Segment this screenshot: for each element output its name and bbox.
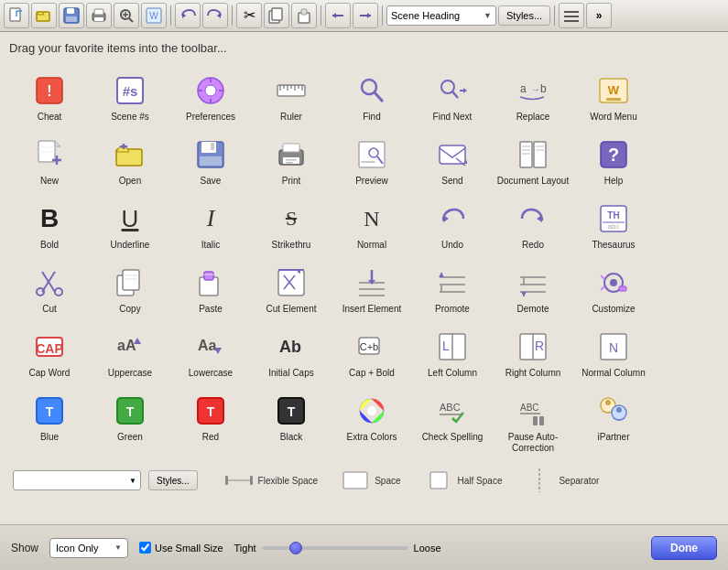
svg-rect-81 — [361, 161, 375, 163]
tool-ipartner[interactable]: iPartner — [573, 386, 654, 461]
tool-word-menu-label: Word Menu — [590, 112, 637, 123]
tool-scene-hash[interactable]: #s Scene #s — [90, 66, 170, 130]
tool-red[interactable]: T Red — [170, 386, 251, 461]
tool-black[interactable]: T Black — [251, 386, 331, 461]
tool-redo[interactable]: Redo — [493, 194, 573, 258]
toolbar-promote-btn[interactable] — [325, 3, 351, 28]
svg-text:aA: aA — [117, 338, 136, 353]
tool-left-column[interactable]: L Left Column — [412, 322, 493, 386]
toolbar-paste-btn[interactable] — [291, 3, 317, 28]
tool-thesaurus[interactable]: TH abc Thesaurus — [573, 194, 654, 258]
tool-paste[interactable]: Paste — [170, 258, 251, 322]
tool-demote[interactable]: Demote — [493, 258, 573, 322]
tool-word-menu[interactable]: W Word Menu — [573, 66, 654, 130]
tool-normal-column[interactable]: N Normal Column — [573, 322, 654, 386]
tightness-slider-thumb[interactable] — [289, 542, 302, 554]
tool-preferences[interactable]: Preferences — [170, 66, 251, 130]
tool-find-next[interactable]: Find Next — [412, 66, 493, 130]
tool-ruler-label: Ruler — [280, 112, 302, 123]
tool-cap-word-label: Cap Word — [29, 368, 71, 379]
svg-rect-76 — [286, 159, 297, 161]
toolbar-export-btn[interactable]: W — [141, 3, 167, 28]
toolbar-open-btn[interactable] — [31, 3, 57, 28]
small-size-checkbox[interactable] — [139, 542, 151, 554]
tool-open[interactable]: Open — [90, 130, 170, 194]
done-button[interactable]: Done — [651, 536, 717, 560]
svg-text:abc: abc — [608, 222, 620, 231]
toolbar-redo-btn[interactable] — [202, 3, 228, 28]
tool-cheat[interactable]: ! Cheat — [9, 66, 90, 130]
tool-customize[interactable]: Customize — [573, 258, 654, 322]
tool-promote[interactable]: Promote — [412, 258, 493, 322]
tool-green[interactable]: T Green — [90, 386, 170, 461]
tool-undo[interactable]: Undo — [412, 194, 493, 258]
tool-doc-layout[interactable]: Document Layout — [493, 130, 573, 194]
tool-underline[interactable]: U Underline — [90, 194, 170, 258]
tool-blue[interactable]: T Blue — [9, 386, 90, 461]
tool-blue-label: Blue — [40, 432, 59, 443]
tool-demote-label: Demote — [516, 304, 549, 315]
toolbar-more-btn[interactable]: » — [586, 3, 612, 28]
tool-lowercase[interactable]: Aa Lowercase — [170, 322, 251, 386]
svg-rect-71 — [200, 156, 222, 166]
tool-pause-autocorrect[interactable]: ABC Pause Auto-Correction — [493, 386, 573, 461]
tool-replace[interactable]: a → b Replace — [493, 66, 573, 130]
tool-uppercase[interactable]: aA Uppercase — [90, 322, 170, 386]
styles-button-2[interactable]: Styles... — [148, 470, 198, 490]
toolbar-demote-btn[interactable] — [353, 3, 378, 28]
tool-find[interactable]: Find — [331, 66, 412, 130]
toolbar-copy-btn[interactable] — [264, 3, 289, 28]
svg-marker-94 — [443, 215, 449, 222]
tool-new[interactable]: New — [9, 130, 90, 194]
svg-rect-105 — [123, 270, 139, 290]
tool-cut-element[interactable]: Cut Element — [251, 258, 331, 322]
tool-normal[interactable]: N Normal — [331, 194, 412, 258]
tightness-slider-track[interactable] — [262, 546, 408, 550]
toolbar-cut-btn[interactable]: ✂ — [236, 3, 262, 28]
svg-marker-17 — [217, 13, 221, 18]
svg-text:#s: #s — [123, 83, 138, 99]
svg-rect-8 — [94, 9, 103, 15]
tool-bold[interactable]: B Bold — [9, 194, 90, 258]
tool-right-column[interactable]: R Right Column — [493, 322, 573, 386]
icon-only-dropdown[interactable]: Icon Only ▼ — [49, 538, 128, 558]
toolbar-save-btn[interactable] — [59, 3, 84, 28]
svg-marker-53 — [463, 88, 467, 93]
tool-cap-bold[interactable]: C+b Cap + Bold — [331, 322, 412, 386]
toolbar-extra-btn[interactable] — [559, 3, 584, 28]
tool-cap-word[interactable]: CAP Cap Word — [9, 322, 90, 386]
svg-text:W: W — [149, 11, 158, 21]
dropdown-arrow-icon: ▼ — [114, 543, 122, 552]
tool-insert-element[interactable]: Insert Element — [331, 258, 412, 322]
styles-button[interactable]: Styles... — [498, 5, 550, 26]
tool-check-spelling[interactable]: ABC Check Spelling — [412, 386, 493, 461]
tool-initial-caps[interactable]: Ab Initial Caps — [251, 322, 331, 386]
dropdown-value: Icon Only — [56, 543, 111, 554]
tool-cut[interactable]: Cut — [9, 258, 90, 322]
tool-send[interactable]: Send — [412, 130, 493, 194]
tool-paste-label: Paste — [199, 304, 223, 315]
toolbar-new-btn[interactable] — [4, 3, 29, 28]
tool-print[interactable]: Print — [251, 130, 331, 194]
svg-point-50 — [441, 81, 454, 93]
element-styles-dropdown[interactable]: ▼ — [13, 470, 141, 490]
svg-rect-86 — [534, 142, 546, 167]
svg-point-174 — [616, 407, 622, 413]
tool-preview[interactable]: Preview — [331, 130, 412, 194]
svg-text:?: ? — [608, 145, 619, 165]
tool-save[interactable]: Save — [170, 130, 251, 194]
toolbar-undo-btn[interactable] — [175, 3, 201, 28]
svg-rect-85 — [520, 142, 532, 167]
tool-extra-colors[interactable]: Extra Colors — [331, 386, 412, 461]
toolbar-zoom-btn[interactable] — [114, 3, 139, 28]
small-size-label: Use Small Size — [155, 543, 223, 554]
style-dropdown[interactable]: Scene Heading ▼ — [386, 5, 496, 26]
tool-ruler[interactable]: Ruler — [251, 66, 331, 130]
toolbar-print-btn[interactable] — [86, 3, 112, 28]
tool-italic[interactable]: I Italic — [170, 194, 251, 258]
svg-text:T: T — [207, 404, 215, 419]
svg-point-134 — [610, 279, 617, 286]
tool-copy[interactable]: Copy — [90, 258, 170, 322]
tool-strikethru[interactable]: S Strikethru — [251, 194, 331, 258]
tool-help[interactable]: ? Help — [573, 130, 654, 194]
